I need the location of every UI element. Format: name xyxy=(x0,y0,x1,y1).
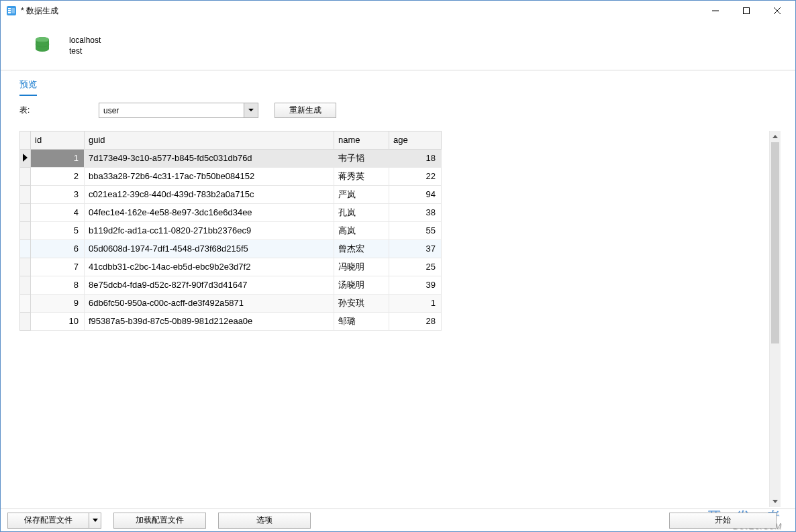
row-indicator[interactable] xyxy=(20,168,31,186)
table-row[interactable]: 741cdbb31-c2bc-14ac-eb5d-ebc9b2e3d7f2冯晓明… xyxy=(20,258,442,276)
table-row[interactable]: 605d0608d-1974-7df1-4548-d73f68d215f5曾杰宏… xyxy=(20,240,442,258)
cell-id[interactable]: 2 xyxy=(31,168,85,186)
cell-age[interactable]: 18 xyxy=(389,150,442,168)
cell-age[interactable]: 1 xyxy=(389,295,442,313)
svg-rect-3 xyxy=(8,12,11,13)
cell-age[interactable]: 94 xyxy=(389,186,442,204)
svg-rect-4 xyxy=(11,8,15,13)
cell-age[interactable]: 39 xyxy=(389,276,442,295)
cell-name[interactable]: 冯晓明 xyxy=(334,258,389,276)
table-row[interactable]: 2bba33a28-72b6-4c31-17ac-7b50be084152蒋秀英… xyxy=(20,168,442,186)
close-button[interactable] xyxy=(762,1,793,21)
chevron-down-icon xyxy=(248,109,254,111)
scroll-up-button[interactable] xyxy=(770,131,781,142)
cell-guid[interactable]: f95387a5-b39d-87c5-0b89-981d212eaa0e xyxy=(85,313,334,331)
toolbar: 表: user 重新生成 xyxy=(1,97,795,125)
app-icon xyxy=(6,5,17,16)
cell-age[interactable]: 28 xyxy=(389,313,442,331)
cell-id[interactable]: 9 xyxy=(31,295,85,313)
cell-name[interactable]: 曾杰宏 xyxy=(334,240,389,258)
cell-guid[interactable]: c021ea12-39c8-440d-439d-783b2a0a715c xyxy=(85,186,334,204)
database-icon xyxy=(34,36,50,55)
start-button[interactable]: 开始 xyxy=(669,513,777,529)
cell-id[interactable]: 5 xyxy=(31,222,85,240)
row-header-corner[interactable] xyxy=(20,131,31,150)
minimize-button[interactable] xyxy=(700,1,731,21)
cell-guid[interactable]: bba33a28-72b6-4c31-17ac-7b50be084152 xyxy=(85,168,334,186)
cell-id[interactable]: 6 xyxy=(31,240,85,258)
cell-id[interactable]: 7 xyxy=(31,258,85,276)
column-header-name[interactable]: name xyxy=(334,131,389,150)
cell-guid[interactable]: 04fec1e4-162e-4e58-8e97-3dc16e6d34ee xyxy=(85,204,334,222)
save-config-label: 保存配置文件 xyxy=(7,513,89,529)
cell-guid[interactable]: b119d2fc-ad1a-cc11-0820-271bb2376ec9 xyxy=(85,222,334,240)
row-indicator[interactable] xyxy=(20,276,31,295)
maximize-button[interactable] xyxy=(731,1,762,21)
column-header-id[interactable]: id xyxy=(31,131,85,150)
table-row[interactable]: 5b119d2fc-ad1a-cc11-0820-271bb2376ec9高岚5… xyxy=(20,222,442,240)
row-indicator[interactable] xyxy=(20,240,31,258)
cell-id[interactable]: 4 xyxy=(31,204,85,222)
column-header-guid[interactable]: guid xyxy=(85,131,334,150)
row-indicator[interactable] xyxy=(20,258,31,276)
cell-guid[interactable]: 7d173e49-3c10-a577-b845-fd5c031db76d xyxy=(85,150,334,168)
cell-name[interactable]: 孙安琪 xyxy=(334,295,389,313)
cell-name[interactable]: 邹璐 xyxy=(334,313,389,331)
table-row[interactable]: 88e75dcb4-fda9-d52c-827f-90f7d3d41647汤晓明… xyxy=(20,276,442,295)
cell-name[interactable]: 严岚 xyxy=(334,186,389,204)
cell-id[interactable]: 8 xyxy=(31,276,85,295)
svg-rect-6 xyxy=(744,8,750,14)
save-config-button[interactable]: 保存配置文件 xyxy=(7,513,101,529)
scroll-down-button[interactable] xyxy=(770,496,781,507)
options-button[interactable]: 选项 xyxy=(218,513,311,529)
row-indicator[interactable] xyxy=(20,186,31,204)
save-config-dropdown[interactable] xyxy=(89,513,101,529)
cell-name[interactable]: 蒋秀英 xyxy=(334,168,389,186)
cell-name[interactable]: 孔岚 xyxy=(334,204,389,222)
cell-name[interactable]: 汤晓明 xyxy=(334,276,389,295)
cell-guid[interactable]: 8e75dcb4-fda9-d52c-827f-90f7d3d41647 xyxy=(85,276,334,295)
cell-age[interactable]: 55 xyxy=(389,222,442,240)
cell-id[interactable]: 3 xyxy=(31,186,85,204)
table-row[interactable]: 10f95387a5-b39d-87c5-0b89-981d212eaa0e邹璐… xyxy=(20,313,442,331)
tab-bar: 预览 xyxy=(1,70,795,97)
connection-bar: localhost test xyxy=(1,21,795,70)
regenerate-button[interactable]: 重新生成 xyxy=(275,103,336,118)
connection-host: localhost xyxy=(69,36,101,45)
cell-age[interactable]: 25 xyxy=(389,258,442,276)
row-indicator[interactable] xyxy=(20,204,31,222)
scroll-thumb[interactable] xyxy=(771,142,779,343)
table-row[interactable]: 3c021ea12-39c8-440d-439d-783b2a0a715c严岚9… xyxy=(20,186,442,204)
row-indicator[interactable] xyxy=(20,150,31,168)
table-row[interactable]: 17d173e49-3c10-a577-b845-fd5c031db76d韦子韬… xyxy=(20,150,442,168)
table-row[interactable]: 96db6fc50-950a-c00c-acff-de3f492a5871孙安琪… xyxy=(20,295,442,313)
cell-name[interactable]: 韦子韬 xyxy=(334,150,389,168)
row-indicator[interactable] xyxy=(20,295,31,313)
cell-age[interactable]: 38 xyxy=(389,204,442,222)
cell-age[interactable]: 22 xyxy=(389,168,442,186)
tab-preview[interactable]: 预览 xyxy=(19,78,37,96)
table-select[interactable]: user xyxy=(99,103,258,118)
data-grid-area: id guid name age 17d173e49-3c10-a577-b84… xyxy=(19,131,781,507)
column-header-age[interactable]: age xyxy=(389,131,442,150)
connection-database: test xyxy=(69,46,101,56)
cell-guid[interactable]: 6db6fc50-950a-c00c-acff-de3f492a5871 xyxy=(85,295,334,313)
window-titlebar: * 数据生成 xyxy=(1,1,795,21)
cell-age[interactable]: 37 xyxy=(389,240,442,258)
row-indicator[interactable] xyxy=(20,222,31,240)
data-grid[interactable]: id guid name age 17d173e49-3c10-a577-b84… xyxy=(19,131,442,331)
svg-rect-1 xyxy=(8,8,11,9)
cell-guid[interactable]: 41cdbb31-c2bc-14ac-eb5d-ebc9b2e3d7f2 xyxy=(85,258,334,276)
table-label: 表: xyxy=(19,105,93,116)
table-row[interactable]: 404fec1e4-162e-4e58-8e97-3dc16e6d34ee孔岚3… xyxy=(20,204,442,222)
cell-guid[interactable]: 05d0608d-1974-7df1-4548-d73f68d215f5 xyxy=(85,240,334,258)
cell-id[interactable]: 1 xyxy=(31,150,85,168)
table-select-value: user xyxy=(103,106,119,115)
load-config-button[interactable]: 加载配置文件 xyxy=(113,513,206,529)
cell-id[interactable]: 10 xyxy=(31,313,85,331)
window-title: * 数据生成 xyxy=(21,5,58,17)
svg-rect-2 xyxy=(8,10,11,11)
row-indicator[interactable] xyxy=(20,313,31,331)
cell-name[interactable]: 高岚 xyxy=(334,222,389,240)
vertical-scrollbar[interactable] xyxy=(769,131,781,507)
